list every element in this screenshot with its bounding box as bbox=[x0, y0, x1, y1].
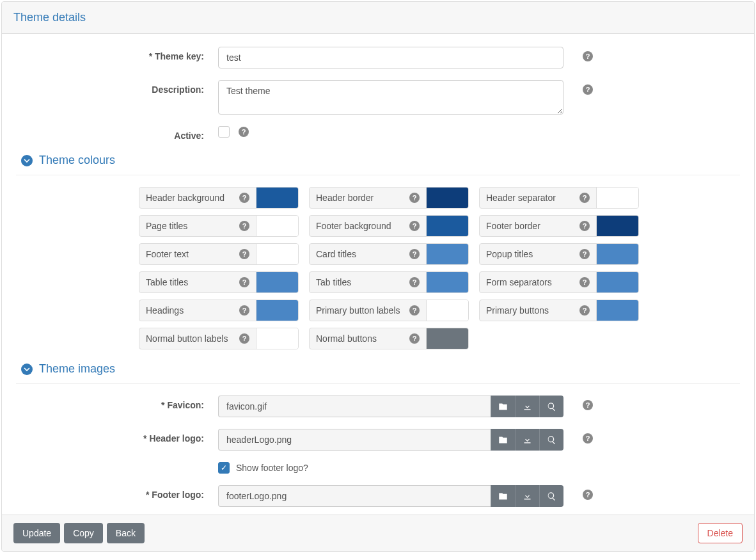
help-icon[interactable]: ? bbox=[239, 221, 249, 231]
update-button[interactable]: Update bbox=[13, 523, 60, 543]
colour-label-text: Header separator bbox=[486, 193, 556, 203]
favicon-preview-button[interactable] bbox=[539, 396, 563, 417]
help-icon[interactable]: ? bbox=[239, 249, 249, 259]
colour-item: Footer background? bbox=[309, 215, 469, 237]
colour-swatch[interactable] bbox=[256, 244, 298, 264]
colour-item: Normal buttons? bbox=[309, 328, 469, 349]
colour-swatch[interactable] bbox=[426, 272, 468, 292]
back-button[interactable]: Back bbox=[107, 523, 145, 543]
help-icon[interactable]: ? bbox=[579, 193, 590, 203]
colour-label: Primary button labels? bbox=[310, 300, 426, 321]
help-icon[interactable]: ? bbox=[239, 193, 249, 203]
help-icon[interactable]: ? bbox=[579, 277, 590, 287]
colour-label: Card titles? bbox=[310, 244, 426, 264]
colour-item: Primary buttons? bbox=[479, 300, 639, 321]
colour-item: Header separator? bbox=[479, 187, 639, 209]
colour-label: Header separator? bbox=[480, 188, 596, 208]
colour-swatch[interactable] bbox=[596, 300, 638, 321]
colour-swatch[interactable] bbox=[426, 188, 468, 208]
footer-logo-label: * Footer logo: bbox=[16, 485, 218, 500]
colour-grid: Header background?Header border?Header s… bbox=[139, 187, 740, 349]
active-label: Active: bbox=[16, 126, 218, 141]
header-logo-value: headerLogo.png bbox=[218, 429, 491, 451]
colour-swatch[interactable] bbox=[596, 272, 638, 292]
help-icon[interactable]: ? bbox=[239, 333, 249, 344]
chevron-down-icon bbox=[21, 364, 33, 375]
help-icon[interactable]: ? bbox=[583, 400, 593, 410]
colour-item: Footer border? bbox=[479, 215, 639, 237]
section-images-title: Theme images bbox=[39, 362, 115, 376]
help-icon[interactable]: ? bbox=[583, 433, 593, 444]
help-icon[interactable]: ? bbox=[239, 127, 249, 137]
colour-label-text: Normal button labels bbox=[146, 333, 228, 344]
colour-swatch[interactable] bbox=[596, 244, 638, 264]
help-icon[interactable]: ? bbox=[583, 490, 593, 500]
active-checkbox[interactable] bbox=[218, 126, 230, 138]
colour-item: Headings? bbox=[139, 300, 299, 321]
colour-label-text: Card titles bbox=[316, 249, 356, 259]
favicon-download-button[interactable] bbox=[515, 396, 539, 417]
colour-swatch[interactable] bbox=[596, 188, 638, 208]
colour-item: Normal button labels? bbox=[139, 328, 299, 349]
help-icon[interactable]: ? bbox=[579, 249, 590, 259]
help-icon[interactable]: ? bbox=[409, 277, 420, 287]
row-theme-key: * Theme key: ? bbox=[16, 47, 740, 68]
row-footer-logo: * Footer logo: footerLogo.png ? bbox=[16, 485, 740, 507]
chevron-down-icon bbox=[21, 155, 33, 166]
footer-logo-preview-button[interactable] bbox=[539, 485, 563, 507]
colour-item: Tab titles? bbox=[309, 271, 469, 293]
colour-item: Card titles? bbox=[309, 243, 469, 265]
colour-swatch[interactable] bbox=[426, 216, 468, 236]
colour-swatch[interactable] bbox=[426, 244, 468, 264]
footer-logo-download-button[interactable] bbox=[515, 485, 539, 507]
colour-label-text: Footer text bbox=[146, 249, 189, 259]
copy-button[interactable]: Copy bbox=[64, 523, 103, 543]
colour-label-text: Header background bbox=[146, 193, 224, 203]
help-icon[interactable]: ? bbox=[409, 305, 420, 316]
favicon-browse-button[interactable] bbox=[491, 396, 515, 417]
help-icon[interactable]: ? bbox=[409, 221, 420, 231]
colour-item: Popup titles? bbox=[479, 243, 639, 265]
section-colours-toggle[interactable]: Theme colours bbox=[16, 154, 740, 175]
description-input[interactable]: Test theme bbox=[218, 80, 563, 115]
help-icon[interactable]: ? bbox=[409, 193, 420, 203]
delete-button[interactable]: Delete bbox=[698, 523, 743, 543]
help-icon[interactable]: ? bbox=[409, 333, 420, 344]
colour-label-text: Footer background bbox=[316, 221, 391, 231]
section-colours-title: Theme colours bbox=[39, 154, 115, 167]
header-logo-preview-button[interactable] bbox=[539, 429, 563, 451]
header-logo-download-button[interactable] bbox=[515, 429, 539, 451]
colour-swatch[interactable] bbox=[256, 328, 298, 349]
footer-logo-browse-button[interactable] bbox=[491, 485, 515, 507]
theme-key-input[interactable] bbox=[218, 47, 563, 68]
colour-swatch[interactable] bbox=[256, 216, 298, 236]
help-icon[interactable]: ? bbox=[239, 305, 249, 316]
colour-label: Header border? bbox=[310, 188, 426, 208]
colour-label: Footer border? bbox=[480, 216, 596, 236]
section-images-toggle[interactable]: Theme images bbox=[16, 362, 740, 384]
colour-swatch[interactable] bbox=[426, 300, 468, 321]
description-label: Description: bbox=[16, 80, 218, 95]
colour-swatch[interactable] bbox=[596, 216, 638, 236]
header-logo-browse-button[interactable] bbox=[491, 429, 515, 451]
help-icon[interactable]: ? bbox=[239, 277, 249, 287]
colour-label-text: Table titles bbox=[146, 277, 188, 287]
colour-swatch[interactable] bbox=[256, 272, 298, 292]
colour-swatch[interactable] bbox=[256, 300, 298, 321]
colour-label: Table titles? bbox=[139, 272, 256, 292]
colour-label: Normal button labels? bbox=[139, 328, 256, 349]
colour-swatch[interactable] bbox=[426, 328, 468, 349]
show-footer-logo-label: Show footer logo? bbox=[236, 463, 308, 473]
show-footer-logo-checkbox[interactable] bbox=[218, 462, 230, 474]
help-icon[interactable]: ? bbox=[409, 249, 420, 259]
help-icon[interactable]: ? bbox=[579, 221, 590, 231]
colour-swatch[interactable] bbox=[256, 188, 298, 208]
help-icon[interactable]: ? bbox=[583, 84, 593, 95]
colour-item: Footer text? bbox=[139, 243, 299, 265]
colour-item: Table titles? bbox=[139, 271, 299, 293]
help-icon[interactable]: ? bbox=[579, 305, 590, 316]
header-logo-label: * Header logo: bbox=[16, 429, 218, 444]
colour-label: Primary buttons? bbox=[480, 300, 596, 321]
colour-label-text: Form separators bbox=[486, 277, 552, 287]
help-icon[interactable]: ? bbox=[583, 51, 593, 61]
